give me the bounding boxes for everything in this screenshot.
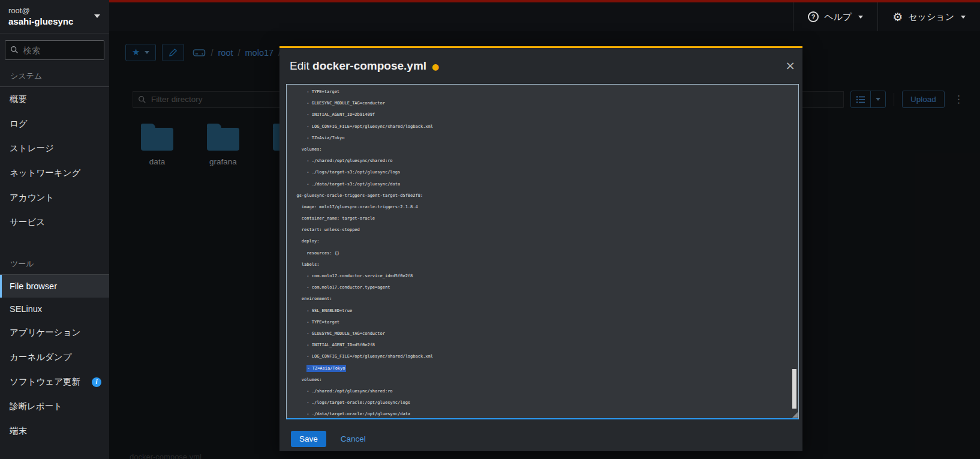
host-user: root@ [8, 5, 101, 16]
search-input[interactable] [5, 40, 104, 60]
sidebar-item-item[interactable]: カーネルダンプ [0, 345, 109, 370]
code-line: volumes: [291, 144, 798, 155]
code-line: - ./data/target-oracle:/opt/gluesync/dat… [291, 409, 798, 419]
selected-text: - TZ=Asia/Tokyo [306, 365, 345, 372]
code-line: - LOG_CONFIG_FILE=/opt/gluesync/shared/l… [291, 351, 798, 362]
sidebar-search [5, 40, 104, 60]
code-line: container_name: target-oracle [291, 213, 798, 224]
sidebar-nav: システム概要ログストレージネットワーキングアカウントサービスツールFile br… [0, 62, 109, 443]
sidebar-item-file-browser[interactable]: File browser [0, 275, 109, 298]
unsaved-changes-dot: ● [432, 62, 439, 71]
host-name: asahi-gluesync [8, 16, 101, 27]
code-line: labels: [291, 259, 798, 271]
masthead: ? ヘルプ ⚙ セッション [109, 0, 980, 31]
code-line: - GLUESYNC_MODULE_TAG=conductor [291, 98, 798, 109]
code-line: - com.molo17.conductor.service_id=d5f0e2… [291, 271, 798, 282]
code-line: - TYPE=target [291, 86, 798, 98]
nav-section-title: ツール [0, 250, 109, 274]
sidebar-item-item[interactable]: アカウント [0, 185, 109, 210]
sidebar: root@ asahi-gluesync システム概要ログストレージネットワーキ… [0, 0, 109, 459]
code-line: - SSL_ENABLED=true [291, 305, 798, 317]
sidebar-item-item[interactable]: 概要 [0, 87, 109, 112]
chevron-down-icon [94, 14, 100, 18]
code-editor[interactable]: - TYPE=target - GLUESYNC_MODULE_TAG=cond… [286, 84, 799, 419]
code-line: image: molo17/gluesync-oracle-triggers:2… [291, 202, 798, 213]
code-line: volumes: [291, 374, 798, 386]
chevron-down-icon [961, 16, 966, 19]
save-button[interactable]: Save [291, 431, 326, 447]
code-line: - ./shared:/opt/gluesync/shared:ro [291, 386, 798, 397]
code-line: - TZ=Asia/Tokyo [291, 133, 798, 144]
edit-file-modal: Edit docker-compose.yml● × - TYPE=target… [279, 46, 802, 451]
close-button[interactable]: × [785, 59, 795, 71]
chevron-down-icon [858, 16, 863, 19]
code-line: gs-gluesync-oracle-triggers-agent-target… [291, 190, 798, 202]
cancel-button[interactable]: Cancel [341, 434, 366, 443]
code-line: resources: {} [291, 248, 798, 259]
code-line: - ./logs/target-oracle:/opt/gluesync/log… [291, 397, 798, 409]
code-line: - com.molo17.conductor.type=agent [291, 282, 798, 293]
modal-filename: docker-compose.yml [312, 59, 426, 72]
session-label: セッション [908, 11, 954, 23]
code-line: - ./shared:/opt/gluesync/shared:ro [291, 155, 798, 167]
code-line: - INITIAL_AGENT_ID=2b91409f [291, 109, 798, 121]
nav-section: ツールFile browserSELinuxアプリケーションカーネルダンプソフト… [0, 250, 109, 443]
close-icon: × [785, 58, 795, 73]
modal-title: Edit docker-compose.yml● [290, 59, 439, 73]
modal-footer: Save Cancel [291, 431, 366, 447]
host-switcher[interactable]: root@ asahi-gluesync [0, 0, 109, 34]
resize-grip-icon [792, 412, 798, 418]
nav-section-title: システム [0, 62, 109, 86]
code-line: - GLUESYNC_MODULE_TAG=conductor [291, 328, 798, 340]
search-icon [10, 46, 19, 54]
sidebar-item-item[interactable]: ログ [0, 112, 109, 136]
sidebar-item-item[interactable]: 端末 [0, 419, 109, 443]
code-line: - INITIAL_AGENT_ID=d5f0e2f8 [291, 340, 798, 351]
code-line: - ./data/target-s3:/opt/gluesync/data [291, 179, 798, 190]
sidebar-item-item[interactable]: アプリケーション [0, 320, 109, 345]
code-line: environment: [291, 293, 798, 305]
code-line: - TYPE=target [291, 317, 798, 328]
sidebar-item-item[interactable]: 診断レポート [0, 394, 109, 419]
modal-header: Edit docker-compose.yml● × [279, 48, 802, 73]
code-line: - TZ=Asia/Tokyo [291, 363, 798, 374]
sidebar-item-item[interactable]: ネットワーキング [0, 161, 109, 185]
sidebar-item-item[interactable]: サービス [0, 210, 109, 235]
nav-section: システム概要ログストレージネットワーキングアカウントサービス [0, 62, 109, 235]
cockpit-app: root@ asahi-gluesync システム概要ログストレージネットワーキ… [0, 0, 980, 459]
editor-scrollbar-thumb[interactable] [792, 369, 796, 409]
code-line: - LOG_CONFIG_FILE=/opt/gluesync/shared/l… [291, 121, 798, 133]
session-menu[interactable]: ⚙ セッション [877, 2, 980, 31]
code-line: restart: unless-stopped [291, 224, 798, 236]
help-menu[interactable]: ? ヘルプ [793, 2, 877, 31]
info-icon: i [92, 377, 101, 387]
sidebar-item-selinux[interactable]: SELinux [0, 298, 109, 320]
code-line: - ./logs/target-s3:/opt/gluesync/logs [291, 167, 798, 178]
sidebar-item-item[interactable]: ストレージ [0, 136, 109, 161]
help-label: ヘルプ [824, 11, 852, 23]
question-circle-icon: ? [808, 11, 819, 22]
gear-icon: ⚙ [892, 11, 903, 23]
sidebar-item-item[interactable]: ソフトウェア更新i [0, 370, 109, 394]
code-line: deploy: [291, 236, 798, 247]
